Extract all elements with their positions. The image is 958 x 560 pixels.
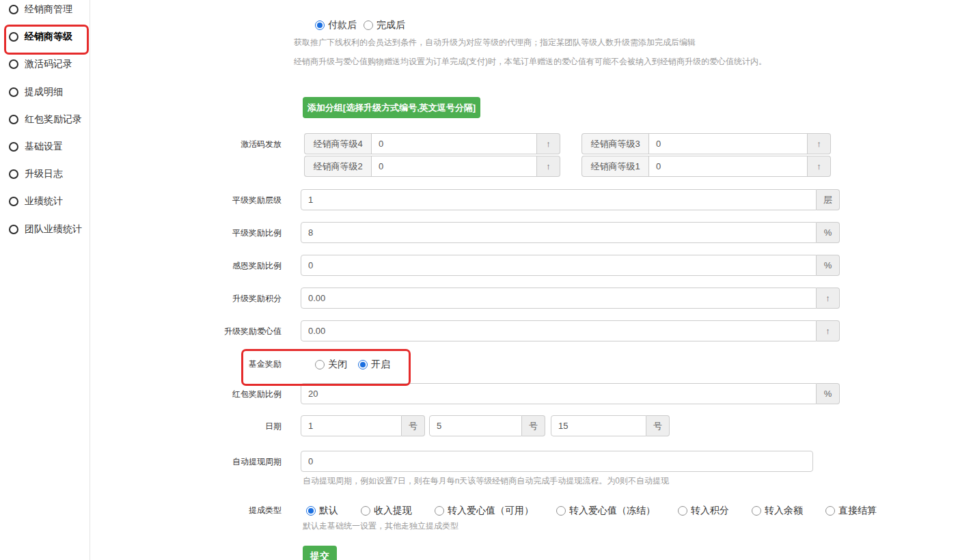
commission-type-note: 默认走基础统一设置，其他走独立提成类型 — [303, 520, 459, 532]
activation-level1-input[interactable] — [648, 156, 808, 177]
sidebar-item-label: 团队业绩统计 — [25, 223, 82, 236]
sidebar-item-label: 基础设置 — [25, 141, 63, 153]
commission-points-radio[interactable] — [678, 506, 687, 516]
radio-label: 收入提现 — [374, 505, 412, 517]
radio-option-direct-settle[interactable]: 直接结算 — [825, 505, 877, 517]
radio-option-balance[interactable]: 转入余额 — [752, 505, 803, 517]
radio-option-love-available[interactable]: 转入爱心值（可用） — [435, 505, 534, 517]
upgrade-reward-love-group: ↑ — [301, 320, 840, 341]
activation-level3-input[interactable] — [648, 133, 808, 154]
auto-withdraw-note: 自动提现周期，例如设置7日，则在每月每n天该等级经销商自动完成手动提现流程。为0… — [303, 475, 669, 487]
radio-option-paid-after[interactable]: 付款后 — [315, 19, 357, 31]
gratitude-reward-ratio-input[interactable] — [301, 255, 817, 276]
upgrade-reward-love-label: 升级奖励爱心值 — [165, 326, 282, 337]
upgrade-timing-radio-group: 付款后 完成后 — [315, 19, 405, 31]
spinner-addon[interactable]: ↑ — [537, 156, 560, 177]
input-prefix-label: 经销商等级1 — [581, 156, 648, 177]
sidebar-item-commission-details[interactable]: 提成明细 — [9, 79, 82, 106]
gratitude-reward-ratio-group: % — [301, 255, 840, 276]
add-group-button[interactable]: 添加分组[选择升级方式编号,英文逗号分隔] — [303, 97, 480, 118]
auto-withdraw-label: 自动提现周期 — [165, 456, 282, 468]
date-label: 日期 — [165, 421, 282, 432]
peer-reward-level-label: 平级奖励层级 — [165, 195, 282, 206]
date-2-input[interactable] — [429, 415, 522, 436]
radio-label: 转入余额 — [765, 505, 803, 517]
radio-label: 直接结算 — [838, 505, 877, 517]
spinner-addon[interactable]: ↑ — [808, 156, 831, 177]
radio-option-points[interactable]: 转入积分 — [678, 505, 729, 517]
unit-addon: 号 — [402, 415, 425, 436]
radio-option-income-withdraw[interactable]: 收入提现 — [361, 505, 412, 517]
peer-reward-ratio-group: % — [301, 222, 840, 243]
radio-label: 转入爱心值（可用） — [448, 505, 534, 517]
commission-balance-radio[interactable] — [752, 506, 761, 516]
submit-button[interactable]: 提交 — [303, 546, 337, 560]
commission-default-radio[interactable] — [306, 506, 316, 516]
annotation-box-sidebar — [4, 25, 89, 55]
date-2-group: 号 — [429, 415, 545, 436]
gratitude-reward-ratio-label: 感恩奖励比例 — [165, 260, 282, 272]
arrow-up-icon: ↑ — [825, 326, 830, 336]
radio-option-default[interactable]: 默认 — [306, 505, 338, 517]
redpacket-ratio-input[interactable] — [301, 383, 817, 404]
upgrade-timing-help-1: 获取推广下线权利的会员达到条件，自动升级为对应等级的代理商；指定某团队等级人数升… — [294, 37, 696, 48]
commission-income-withdraw-radio[interactable] — [361, 506, 370, 516]
peer-reward-ratio-label: 平级奖励比例 — [165, 227, 282, 239]
circle-icon — [9, 142, 18, 152]
spinner-addon[interactable]: ↑ — [817, 320, 840, 341]
spinner-addon[interactable]: ↑ — [537, 133, 560, 154]
radio-paid-after[interactable] — [315, 20, 325, 30]
circle-icon — [9, 59, 18, 69]
sidebar-item-dealer-management[interactable]: 经销商管理 — [9, 0, 82, 23]
date-1-input[interactable] — [301, 415, 402, 436]
unit-addon: % — [817, 383, 840, 404]
peer-reward-ratio-input[interactable] — [301, 222, 817, 243]
commission-direct-settle-radio[interactable] — [825, 506, 835, 516]
circle-icon — [9, 115, 18, 124]
sidebar-item-redpacket-reward-records[interactable]: 红包奖励记录 — [9, 106, 82, 133]
activation-level2-group: 经销商等级2 ↑ — [304, 156, 560, 177]
spinner-addon[interactable]: ↑ — [808, 133, 831, 154]
arrow-up-icon: ↑ — [546, 161, 551, 171]
sidebar-item-upgrade-log[interactable]: 升级日志 — [9, 160, 82, 188]
upgrade-timing-help-2: 经销商升级与爱心值购物赠送均设置为订单完成(支付)时，本笔订单赠送的爱心值有可能… — [294, 56, 767, 68]
radio-completed-after[interactable] — [364, 20, 373, 30]
arrow-up-icon: ↑ — [817, 139, 821, 149]
arrow-up-icon: ↑ — [546, 139, 551, 149]
circle-icon — [9, 87, 18, 97]
upgrade-reward-points-label: 升级奖励积分 — [165, 293, 282, 305]
spinner-addon[interactable]: ↑ — [817, 288, 840, 309]
sidebar-item-performance-stats[interactable]: 业绩统计 — [9, 188, 82, 215]
date-3-input[interactable] — [551, 415, 646, 436]
upgrade-reward-love-input[interactable] — [301, 320, 817, 341]
activation-level1-group: 经销商等级1 ↑ — [581, 156, 831, 177]
activation-level4-group: 经销商等级4 ↑ — [304, 133, 560, 154]
radio-label: 默认 — [319, 505, 338, 517]
input-prefix-label: 经销商等级3 — [581, 133, 648, 154]
unit-addon: 号 — [522, 415, 545, 436]
activation-level2-input[interactable] — [371, 156, 537, 177]
arrow-up-icon: ↑ — [825, 293, 830, 303]
upgrade-reward-points-input[interactable] — [301, 288, 817, 309]
sidebar-item-label: 激活码记录 — [25, 58, 72, 70]
sidebar-item-label: 升级日志 — [25, 168, 63, 180]
sidebar-item-activation-code-records[interactable]: 激活码记录 — [9, 51, 82, 78]
radio-label: 完成后 — [377, 19, 405, 31]
circle-icon — [9, 5, 18, 14]
auto-withdraw-cycle-input[interactable] — [301, 451, 813, 472]
sidebar-item-label: 业绩统计 — [25, 195, 63, 208]
unit-addon: 号 — [646, 415, 670, 436]
commission-type-radio-group: 默认 收入提现 转入爱心值（可用） 转入爱心值（冻结） 转入积分 转入余额 直接… — [306, 505, 877, 517]
activation-level4-input[interactable] — [371, 133, 537, 154]
commission-love-frozen-radio[interactable] — [556, 506, 566, 516]
sidebar-item-basic-settings[interactable]: 基础设置 — [9, 133, 82, 160]
commission-love-available-radio[interactable] — [435, 506, 444, 516]
peer-reward-level-input[interactable] — [301, 189, 817, 210]
upgrade-reward-points-group: ↑ — [301, 288, 840, 309]
auto-withdraw-group — [301, 451, 813, 472]
unit-addon: % — [817, 222, 840, 243]
sidebar-item-team-performance-stats[interactable]: 团队业绩统计 — [9, 216, 82, 243]
activation-level3-group: 经销商等级3 ↑ — [581, 133, 831, 154]
radio-option-love-frozen[interactable]: 转入爱心值（冻结） — [556, 505, 655, 517]
radio-option-completed-after[interactable]: 完成后 — [364, 19, 405, 31]
